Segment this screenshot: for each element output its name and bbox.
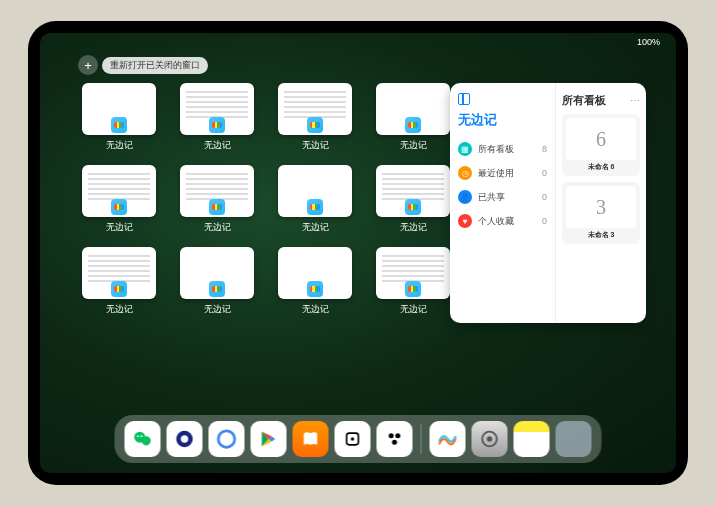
window-label: 无边记 — [204, 139, 231, 152]
dock-play-icon[interactable] — [251, 421, 287, 457]
window-thumbnail[interactable]: 无边记 — [180, 247, 254, 317]
svg-point-10 — [395, 433, 400, 438]
boards-list: 6未命名 63未命名 3 — [562, 114, 640, 244]
svg-point-5 — [181, 435, 188, 442]
app-icon — [405, 117, 421, 133]
svg-point-1 — [142, 436, 151, 445]
svg-point-2 — [137, 435, 139, 437]
app-icon — [111, 281, 127, 297]
window-thumbnail[interactable]: 无边记 — [376, 165, 450, 235]
dock-freeform-icon[interactable] — [430, 421, 466, 457]
top-controls: + 重新打开已关闭的窗口 — [78, 55, 208, 75]
panel-left: 无边记 ▦所有看板8◷最近使用0👤已共享0♥个人收藏0 — [450, 83, 556, 323]
app-icon — [111, 199, 127, 215]
window-thumbnail[interactable]: 无边记 — [180, 165, 254, 235]
panel-item-count: 8 — [542, 144, 547, 154]
board-thumb: 3 — [566, 186, 636, 228]
dock-browser-icon[interactable] — [167, 421, 203, 457]
app-icon — [111, 117, 127, 133]
more-icon[interactable]: ⋯ — [630, 95, 640, 106]
status-right: 100% — [637, 37, 660, 47]
window-thumbnail[interactable]: 无边记 — [82, 165, 156, 235]
app-icon — [405, 199, 421, 215]
dock-wechat-icon[interactable] — [125, 421, 161, 457]
board-thumb: 6 — [566, 118, 636, 160]
panel-item-count: 0 — [542, 168, 547, 178]
window-thumbnail[interactable]: 无边记 — [82, 83, 156, 153]
app-icon — [209, 199, 225, 215]
dock-notes-icon[interactable] — [514, 421, 550, 457]
board-name: 未命名 6 — [566, 162, 636, 172]
add-window-button[interactable]: + — [78, 55, 98, 75]
panel-right: 所有看板 ⋯ 6未命名 63未命名 3 — [556, 83, 646, 323]
panel-item[interactable]: ◷最近使用0 — [458, 161, 547, 185]
app-icon — [307, 281, 323, 297]
panel-item-count: 0 — [542, 216, 547, 226]
app-icon — [405, 281, 421, 297]
panel-item-label: 已共享 — [478, 191, 505, 204]
panel-item[interactable]: 👤已共享0 — [458, 185, 547, 209]
svg-point-3 — [141, 435, 143, 437]
dock — [115, 415, 602, 463]
board-card[interactable]: 3未命名 3 — [562, 182, 640, 244]
window-thumbnail[interactable]: 无边记 — [278, 83, 352, 153]
window-label: 无边记 — [302, 221, 329, 234]
app-icon — [307, 199, 323, 215]
ipad-frame: 100% + 重新打开已关闭的窗口 无边记无边记无边记无边记无边记无边记无边记无… — [28, 21, 688, 485]
svg-point-8 — [351, 437, 354, 440]
app-icon — [209, 281, 225, 297]
panel-right-title: 所有看板 — [562, 93, 606, 108]
content-area: 无边记无边记无边记无边记无边记无边记无边记无边记无边记无边记无边记无边记 无边记… — [82, 83, 646, 411]
window-thumbnail[interactable]: 无边记 — [180, 83, 254, 153]
panel-title: 无边记 — [458, 111, 547, 129]
dock-settings-icon[interactable] — [472, 421, 508, 457]
window-label: 无边记 — [302, 303, 329, 316]
window-thumbnail[interactable]: 无边记 — [376, 83, 450, 153]
window-thumbnail[interactable]: 无边记 — [278, 165, 352, 235]
panel-item-label: 个人收藏 — [478, 215, 514, 228]
window-label: 无边记 — [302, 139, 329, 152]
panel-item-label: 所有看板 — [478, 143, 514, 156]
window-label: 无边记 — [106, 139, 133, 152]
window-label: 无边记 — [106, 221, 133, 234]
sidebar-icon[interactable] — [458, 93, 470, 105]
dock-app-icon[interactable] — [377, 421, 413, 457]
window-label: 无边记 — [204, 303, 231, 316]
board-card[interactable]: 6未命名 6 — [562, 114, 640, 176]
svg-point-11 — [392, 440, 397, 445]
dock-recent-icon[interactable] — [556, 421, 592, 457]
window-label: 无边记 — [400, 221, 427, 234]
window-thumbnail[interactable]: 无边记 — [376, 247, 450, 317]
windows-grid: 无边记无边记无边记无边记无边记无边记无边记无边记无边记无边记无边记无边记 — [82, 83, 450, 411]
app-icon — [307, 117, 323, 133]
svg-point-6 — [218, 431, 235, 448]
window-label: 无边记 — [400, 139, 427, 152]
dock-dice-icon[interactable] — [335, 421, 371, 457]
panel-item-count: 0 — [542, 192, 547, 202]
dock-separator — [421, 424, 422, 454]
svg-point-9 — [389, 433, 394, 438]
window-label: 无边记 — [400, 303, 427, 316]
panel-item-label: 最近使用 — [478, 167, 514, 180]
window-thumbnail[interactable]: 无边记 — [278, 247, 352, 317]
reopen-closed-button[interactable]: 重新打开已关闭的窗口 — [102, 57, 208, 74]
window-label: 无边记 — [106, 303, 133, 316]
sidebar-panel: 无边记 ▦所有看板8◷最近使用0👤已共享0♥个人收藏0 所有看板 ⋯ 6未命名 … — [450, 83, 646, 323]
dock-quark-icon[interactable] — [209, 421, 245, 457]
status-bar: 100% — [40, 33, 676, 51]
screen: 100% + 重新打开已关闭的窗口 无边记无边记无边记无边记无边记无边记无边记无… — [40, 33, 676, 473]
dock-books-icon[interactable] — [293, 421, 329, 457]
window-thumbnail[interactable]: 无边记 — [82, 247, 156, 317]
svg-point-13 — [487, 436, 493, 442]
panel-item[interactable]: ▦所有看板8 — [458, 137, 547, 161]
panel-items: ▦所有看板8◷最近使用0👤已共享0♥个人收藏0 — [458, 137, 547, 233]
app-icon — [209, 117, 225, 133]
board-name: 未命名 3 — [566, 230, 636, 240]
window-label: 无边记 — [204, 221, 231, 234]
panel-item[interactable]: ♥个人收藏0 — [458, 209, 547, 233]
